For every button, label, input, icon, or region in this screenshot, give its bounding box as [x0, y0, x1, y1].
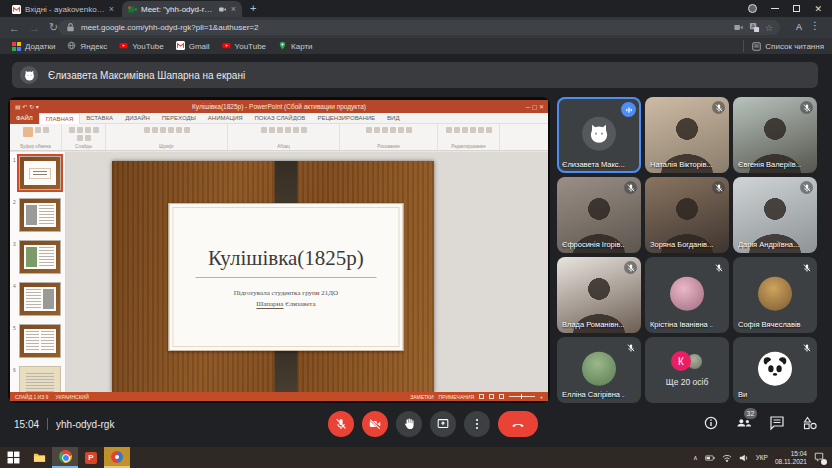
- bookmark-5[interactable]: Карти: [278, 41, 313, 52]
- screenshare-tile[interactable]: ▤ ↶ ↻ ▾ Кулішівка(1825р) - PowerPoint (С…: [8, 97, 550, 403]
- hidden-icons-chevron[interactable]: ∧: [693, 454, 698, 462]
- tab-gmail[interactable]: Вхідні - ayakovenko.uk20@kub... ×: [6, 1, 120, 17]
- slide-number: 5: [13, 325, 16, 331]
- slide-thumbnail-2[interactable]: 2: [19, 198, 61, 232]
- ribbon-tab-6[interactable]: ПОКАЗ СЛАЙДОВ: [249, 113, 312, 124]
- ribbon-tab-3[interactable]: ДИЗАЙН: [119, 113, 156, 124]
- bookmark-0[interactable]: Додатки: [12, 41, 55, 52]
- participant-tile-0[interactable]: Єлизавета Макс...: [557, 97, 641, 173]
- browser-menu-icon[interactable]: ⋮: [810, 20, 820, 31]
- forward-icon[interactable]: →: [29, 22, 40, 34]
- slide-number: 1: [13, 157, 16, 163]
- bookmark-3[interactable]: Gmail: [176, 41, 210, 52]
- ribbon-tab-4[interactable]: ПЕРЕХОДЫ: [156, 113, 202, 124]
- chrome-icon: [59, 450, 72, 463]
- leave-call-button[interactable]: [498, 411, 538, 437]
- profile-button[interactable]: A: [796, 22, 802, 32]
- participant-tile-7[interactable]: Крістіна Іванівна ...: [645, 257, 729, 333]
- file-explorer-button[interactable]: [26, 447, 52, 468]
- taskbar-clock[interactable]: 15:04 08.11.2021: [775, 450, 807, 466]
- slide-thumbnail-6[interactable]: 6: [19, 366, 61, 392]
- present-button[interactable]: [430, 411, 456, 437]
- window-minimize-button[interactable]: [771, 8, 779, 9]
- reading-list-button[interactable]: Список читання: [743, 40, 824, 52]
- ribbon-tab-7[interactable]: РЕЦЕНЗИРОВАНИЕ: [311, 113, 381, 124]
- participant-name: Дарія Андріївна...: [738, 240, 801, 249]
- camera-off-button[interactable]: [362, 411, 388, 437]
- presenter-avatar: [20, 66, 38, 84]
- participant-tile-10[interactable]: КЩе 20 осіб: [645, 337, 729, 403]
- back-icon[interactable]: ←: [9, 22, 20, 34]
- ribbon-tab-5[interactable]: АНИМАЦИЯ: [202, 113, 249, 124]
- ribbon-group-4: Рисование: [340, 124, 438, 150]
- slide-thumbnail-1[interactable]: 1: [19, 156, 61, 190]
- bookmarks-bar: ДодаткиЯндексYouTubeGmailYouTubeКарти Сп…: [0, 38, 832, 54]
- sorter-view-icon: [489, 394, 494, 399]
- chat-button[interactable]: [769, 415, 785, 435]
- participant-tile-2[interactable]: Євгенія Валеріїв...: [733, 97, 817, 173]
- bookmark-label: Gmail: [189, 42, 210, 51]
- participant-tile-3[interactable]: Єфросинія Ігорів...: [557, 177, 641, 253]
- panda-avatar: [758, 352, 792, 386]
- mic-off-icon: [800, 181, 813, 194]
- slide-thumbnail-5[interactable]: 5: [19, 324, 61, 358]
- ribbon-tab-8[interactable]: ВИД: [381, 113, 405, 124]
- tab-meet[interactable]: Meet: "yhh-odyd-rgk" ×: [122, 1, 242, 17]
- bookmark-4[interactable]: YouTube: [222, 41, 266, 52]
- slide-title: Кулішівка(1825р): [208, 246, 364, 271]
- window-maximize-button[interactable]: [793, 5, 800, 12]
- powerpoint-icon: P: [85, 452, 97, 464]
- slide-thumbnail-3[interactable]: 3: [19, 240, 61, 274]
- reload-icon[interactable]: ↻: [49, 21, 58, 34]
- tab-close-icon[interactable]: ×: [109, 4, 114, 14]
- bookmark-1[interactable]: Яндекс: [67, 41, 107, 52]
- thumbnail-preview: [24, 245, 56, 269]
- record-indicator-icon[interactable]: [748, 4, 757, 13]
- window-close-button[interactable]: ✕: [814, 4, 822, 14]
- start-button[interactable]: [0, 447, 26, 468]
- participant-tile-8[interactable]: Софія Вячеславів...: [733, 257, 817, 333]
- ribbon-tab-2[interactable]: ВСТАВКА: [80, 113, 119, 124]
- participant-name: Крістіна Іванівна ...: [650, 320, 713, 329]
- meeting-details-button[interactable]: [703, 415, 719, 435]
- bookmark-2[interactable]: YouTube: [119, 41, 163, 52]
- slide-title-card: Кулішівка(1825р) Підготувала студентка г…: [168, 203, 403, 351]
- ribbon-group-icons: [106, 127, 227, 133]
- comments-button: ПРИМЕЧАНИЯ: [439, 394, 475, 400]
- powerpoint-taskbar-button[interactable]: P: [78, 447, 104, 468]
- raise-hand-button[interactable]: [396, 411, 422, 437]
- browser-tabstrip: Вхідні - ayakovenko.uk20@kub... × Meet: …: [0, 0, 832, 17]
- ribbon-tab-0[interactable]: ФАЙЛ: [10, 113, 39, 124]
- participant-tile-5[interactable]: Дарія Андріївна...: [733, 177, 817, 253]
- participant-tile-11[interactable]: Ви: [733, 337, 817, 403]
- activities-button[interactable]: [802, 415, 818, 435]
- address-bar[interactable]: meet.google.com/yhh-odyd-rgk?pli=1&authu…: [58, 20, 780, 35]
- translate-icon[interactable]: A: [749, 22, 760, 33]
- divider: [47, 418, 48, 430]
- language-indicator[interactable]: УКР: [756, 454, 768, 461]
- mic-mute-button[interactable]: [328, 411, 354, 437]
- more-options-button[interactable]: [464, 411, 490, 437]
- photo-brown-avatar: [758, 277, 792, 311]
- maps-pin-icon: [278, 41, 287, 52]
- tab-close-icon[interactable]: ×: [231, 4, 236, 14]
- url-text: meet.google.com/yhh-odyd-rgk?pli=1&authu…: [81, 23, 728, 32]
- participant-tile-6[interactable]: Влада Романівн...: [557, 257, 641, 333]
- ribbon-tabs: ФАЙЛГЛАВНАЯВСТАВКАДИЗАЙНПЕРЕХОДЫАНИМАЦИЯ…: [10, 113, 548, 124]
- mic-off-icon: [800, 101, 813, 114]
- action-center-button[interactable]: [814, 452, 824, 463]
- participant-tile-1[interactable]: Наталія Вікторів...: [645, 97, 729, 173]
- new-tab-button[interactable]: +: [250, 2, 256, 15]
- participants-button[interactable]: 32: [736, 415, 752, 435]
- tab-label: Вхідні - ayakovenko.uk20@kub...: [25, 5, 105, 14]
- chrome-taskbar-button[interactable]: [52, 447, 78, 468]
- ribbon-tab-1[interactable]: ГЛАВНАЯ: [39, 113, 81, 124]
- slide-number: 3: [13, 241, 16, 247]
- participant-tile-9[interactable]: Елліна Сагірівна ...: [557, 337, 641, 403]
- bookmark-star-icon[interactable]: ☆: [765, 23, 773, 33]
- camera-permission-icon[interactable]: [733, 22, 744, 33]
- slide-thumbnail-4[interactable]: 4: [19, 282, 61, 316]
- bookmark-label: YouTube: [235, 42, 266, 51]
- participant-tile-4[interactable]: Зоряна Богданів...: [645, 177, 729, 253]
- alerting-app-taskbar-button[interactable]: [104, 447, 130, 468]
